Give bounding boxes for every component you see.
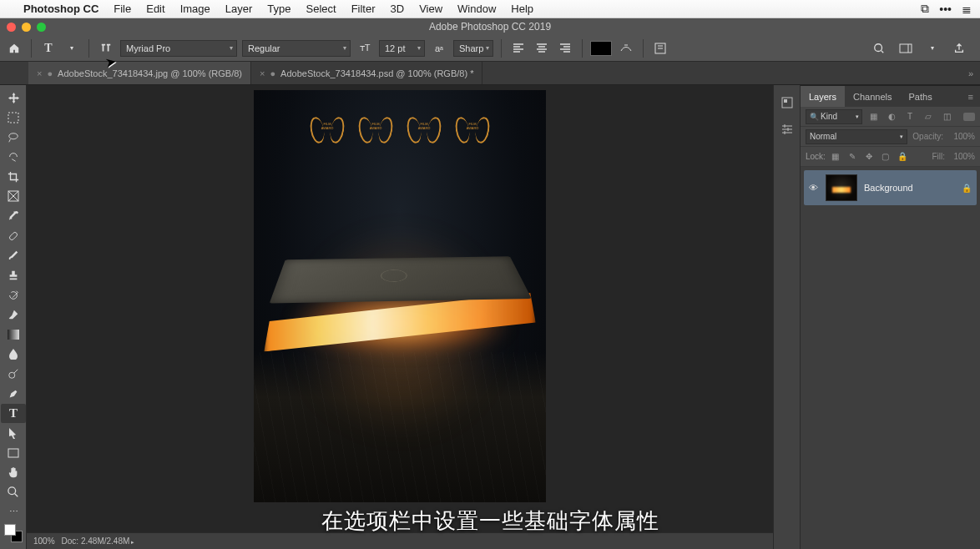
antialias-select[interactable]: Sharp bbox=[453, 40, 493, 57]
panel-menu-icon[interactable]: ≡ bbox=[962, 92, 980, 102]
menu-extra-icon[interactable]: ••• bbox=[939, 3, 952, 16]
character-panel-icon[interactable] bbox=[651, 39, 669, 58]
menu-image[interactable]: Image bbox=[180, 3, 210, 15]
type-tool-icon[interactable]: T bbox=[1, 404, 26, 423]
filter-shape-icon[interactable]: ▱ bbox=[921, 110, 936, 123]
brush-tool-icon[interactable] bbox=[1, 246, 26, 265]
eraser-tool-icon[interactable] bbox=[1, 305, 26, 325]
align-center-icon[interactable] bbox=[533, 39, 551, 58]
tab-channels[interactable]: Channels bbox=[845, 86, 900, 107]
menu-edit[interactable]: Edit bbox=[146, 3, 164, 15]
properties-panel-icon[interactable] bbox=[780, 122, 795, 137]
tab-overflow-icon[interactable]: » bbox=[962, 68, 980, 78]
history-brush-tool-icon[interactable] bbox=[1, 285, 26, 305]
path-select-tool-icon[interactable] bbox=[1, 424, 26, 443]
stamp-tool-icon[interactable] bbox=[1, 266, 26, 285]
svg-rect-11 bbox=[784, 99, 787, 103]
zoom-level[interactable]: 100% bbox=[33, 536, 55, 546]
layer-lock-icon[interactable]: 🔒 bbox=[962, 184, 972, 193]
hand-tool-icon[interactable] bbox=[1, 463, 26, 482]
search-icon[interactable] bbox=[870, 39, 888, 58]
menu-view[interactable]: View bbox=[419, 3, 442, 15]
font-style-select[interactable]: Regular bbox=[242, 40, 351, 57]
svg-rect-6 bbox=[8, 330, 19, 340]
quick-select-tool-icon[interactable] bbox=[1, 148, 26, 167]
healing-tool-icon[interactable] bbox=[1, 226, 26, 245]
menu-file[interactable]: File bbox=[114, 3, 131, 15]
lock-position-icon[interactable]: ✥ bbox=[862, 152, 876, 161]
list-icon[interactable]: ≣ bbox=[962, 3, 972, 16]
dirty-indicator-icon: ● bbox=[270, 68, 275, 78]
doc-info[interactable]: Doc: 2.48M/2.48M bbox=[62, 536, 135, 546]
warp-text-icon[interactable] bbox=[617, 39, 635, 58]
workspace-dropdown-icon[interactable]: ▾ bbox=[923, 39, 942, 58]
layer-visibility-icon[interactable]: 👁 bbox=[807, 183, 819, 193]
lock-transparency-icon[interactable]: ▦ bbox=[829, 152, 842, 161]
screen-share-icon[interactable]: ⧉ bbox=[921, 2, 929, 16]
filter-kind-select[interactable]: Kind bbox=[806, 109, 862, 124]
menu-type[interactable]: Type bbox=[267, 3, 290, 15]
pen-tool-icon[interactable] bbox=[1, 384, 26, 403]
app-name[interactable]: Photoshop CC bbox=[23, 3, 99, 15]
menu-filter[interactable]: Filter bbox=[351, 3, 376, 15]
menu-select[interactable]: Select bbox=[306, 3, 336, 15]
tool-preset-dropdown[interactable]: ▾ bbox=[63, 39, 81, 58]
blend-mode-select[interactable]: Normal bbox=[806, 129, 907, 144]
layer-name[interactable]: Background bbox=[864, 183, 955, 193]
window-close-button[interactable] bbox=[7, 23, 16, 32]
lock-pixels-icon[interactable]: ✎ bbox=[846, 152, 859, 161]
toolbox: T ⋯ bbox=[0, 85, 27, 549]
filter-type-icon[interactable]: T bbox=[902, 110, 917, 123]
eyedropper-tool-icon[interactable] bbox=[1, 207, 26, 226]
window-zoom-button[interactable] bbox=[37, 23, 46, 32]
home-icon[interactable] bbox=[5, 39, 23, 58]
filter-toggle[interactable] bbox=[963, 113, 975, 121]
filter-smart-icon[interactable]: ◫ bbox=[939, 110, 954, 123]
align-right-icon[interactable] bbox=[556, 39, 574, 58]
opacity-value[interactable]: 100% bbox=[948, 132, 975, 141]
gradient-tool-icon[interactable] bbox=[1, 325, 26, 345]
filter-pixel-icon[interactable]: ▦ bbox=[866, 110, 881, 123]
workspace-icon[interactable] bbox=[897, 39, 915, 58]
close-tab-icon[interactable]: × bbox=[37, 68, 42, 78]
doc-tab-2[interactable]: × ● AdobeStock_73418434.psd @ 100% (RGB/… bbox=[251, 62, 482, 84]
text-orientation-icon[interactable] bbox=[97, 39, 115, 58]
text-color-swatch[interactable] bbox=[590, 41, 612, 56]
frame-tool-icon[interactable] bbox=[1, 187, 26, 206]
dodge-tool-icon[interactable] bbox=[1, 365, 26, 384]
close-tab-icon[interactable]: × bbox=[260, 68, 265, 78]
zoom-tool-icon[interactable] bbox=[1, 483, 26, 502]
blur-tool-icon[interactable] bbox=[1, 345, 26, 364]
align-left-icon[interactable] bbox=[509, 39, 528, 58]
layer-row[interactable]: 👁 Background 🔒 bbox=[804, 170, 977, 205]
lasso-tool-icon[interactable] bbox=[1, 128, 26, 147]
menu-help[interactable]: Help bbox=[511, 3, 533, 15]
menu-3d[interactable]: 3D bbox=[391, 3, 405, 15]
menu-window[interactable]: Window bbox=[457, 3, 496, 15]
document-canvas[interactable]: FILMAWARD FILMAWARD FILMAWARD FILMAWARD bbox=[254, 90, 546, 502]
color-swatches[interactable] bbox=[1, 522, 26, 544]
window-minimize-button[interactable] bbox=[22, 23, 31, 32]
share-icon[interactable] bbox=[950, 39, 968, 58]
laurel-badge: FILMAWARD bbox=[407, 115, 441, 142]
crop-tool-icon[interactable] bbox=[1, 168, 26, 187]
move-tool-icon[interactable] bbox=[1, 88, 26, 108]
font-size-select[interactable]: 12 pt bbox=[379, 40, 425, 57]
edit-toolbar-icon[interactable]: ⋯ bbox=[1, 502, 26, 521]
lock-label: Lock: bbox=[806, 152, 826, 161]
marquee-tool-icon[interactable] bbox=[1, 108, 26, 128]
tab-layers[interactable]: Layers bbox=[801, 86, 845, 107]
tab-paths[interactable]: Paths bbox=[901, 86, 941, 107]
type-tool-icon[interactable]: T bbox=[39, 39, 58, 58]
lock-all-icon[interactable]: 🔒 bbox=[896, 152, 909, 161]
lock-artboard-icon[interactable]: ▢ bbox=[879, 152, 892, 161]
font-family-select[interactable]: Myriad Pro bbox=[120, 40, 237, 57]
filter-adjust-icon[interactable]: ◐ bbox=[884, 110, 899, 123]
menu-layer[interactable]: Layer bbox=[225, 3, 253, 15]
fill-value[interactable]: 100% bbox=[948, 152, 975, 161]
svg-rect-2 bbox=[900, 44, 912, 53]
doc-tab-1[interactable]: × ● AdobeStock_73418434.jpg @ 100% (RGB/… bbox=[28, 62, 251, 84]
layer-thumbnail[interactable] bbox=[826, 174, 857, 201]
rectangle-tool-icon[interactable] bbox=[1, 443, 26, 462]
history-panel-icon[interactable] bbox=[780, 95, 795, 110]
